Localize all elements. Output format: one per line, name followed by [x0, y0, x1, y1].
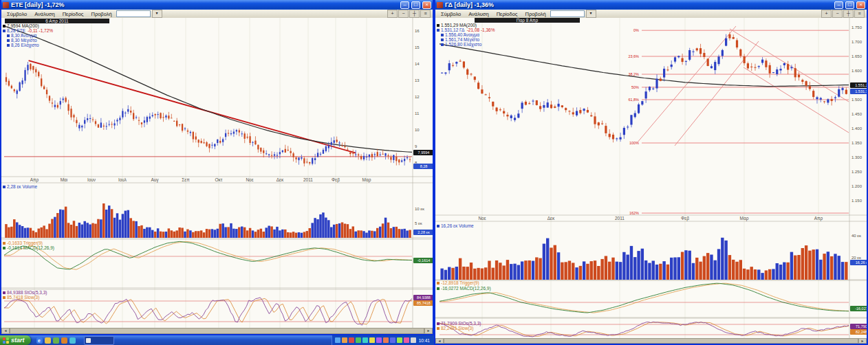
ie-quicklaunch-icon[interactable]: e — [36, 337, 43, 344]
desktop-quicklaunch-icon[interactable] — [53, 337, 59, 344]
chart-area[interactable]: ΝοεΔεκ2011ΦεβΜαρΑπρ1.7501.7001.6501.6001… — [435, 18, 867, 338]
legend-stochastic: 84,9388 StOs(5,3,3) — [3, 290, 47, 295]
volume-bars — [5, 203, 411, 238]
svg-text:1.200: 1.200 — [851, 184, 862, 188]
sync-tray-icon[interactable] — [404, 337, 409, 343]
volume-tray-icon[interactable] — [342, 337, 347, 343]
chart-area[interactable]: ΑπρΜαιΙουνΙουλΑυγΣεπΟκτΝοεΔεκ2011ΦεβΜαρ1… — [1, 18, 433, 328]
taskbar-clock[interactable]: 10:41 — [417, 338, 431, 343]
scroll-right-arrow[interactable]: ► — [858, 338, 867, 344]
menu-period[interactable]: Περίοδος — [493, 11, 521, 17]
axis-labels: ΑπρΜαιΙουνΙουλΑυγΣεπΟκτΝοεΔεκ2011ΦεβΜαρ1… — [30, 29, 425, 225]
search-go-button[interactable]: ▾ — [152, 10, 162, 18]
media-tray-icon[interactable] — [390, 337, 395, 343]
svg-text:16,26 εκ: 16,26 εκ — [856, 260, 867, 265]
svg-text:1.600: 1.600 — [851, 69, 862, 73]
maximize-button[interactable]: □ — [411, 1, 420, 9]
scroll-right-arrow[interactable]: ► — [424, 328, 433, 334]
svg-text:50%: 50% — [631, 85, 639, 89]
svg-text:Οκτ: Οκτ — [215, 177, 223, 182]
menu-symbol[interactable]: Σύμβολο — [3, 11, 30, 17]
menu-view[interactable]: Προβολή — [87, 11, 115, 17]
svg-text:1.531,12: 1.531,12 — [855, 89, 867, 93]
symbol-input[interactable] — [116, 10, 151, 17]
chart-app-task-button[interactable] — [84, 336, 114, 345]
annotations: 0%23,6%38,2%50%61,8%100%162% — [628, 26, 849, 215]
chart-canvas[interactable]: ΑπρΜαιΙουνΙουλΑυγΣεπΟκτΝοεΔεκ2011ΦεβΜαρ1… — [1, 18, 433, 328]
legend-macd: -16,0272 MACD(12,26,9) — [437, 286, 491, 291]
minimize-button[interactable]: – — [400, 1, 409, 9]
minimize-button[interactable]: – — [834, 1, 843, 9]
settings-icon[interactable]: ≡ — [854, 10, 865, 18]
crosshair-icon[interactable]: ┼ — [843, 10, 854, 18]
menu-analysis[interactable]: Ανάλυση — [31, 11, 58, 17]
close-button[interactable]: × — [856, 1, 865, 9]
settings-icon[interactable]: ≡ — [420, 10, 431, 18]
legend-slow: 82,2481 Slow(3) — [437, 326, 473, 331]
display-tray-icon[interactable] — [369, 337, 375, 343]
svg-text:1.250: 1.250 — [851, 170, 862, 174]
menu-view[interactable]: Προβολή — [521, 11, 549, 17]
zoom-in-icon[interactable]: + — [821, 10, 832, 18]
legend-macd: -0,1614 MACD(12,26,9) — [3, 245, 54, 250]
gridlines — [34, 18, 367, 328]
svg-text:Απρ: Απρ — [814, 216, 823, 221]
scroll-thumb[interactable] — [10, 328, 424, 334]
svg-text:-0,1614: -0,1614 — [417, 258, 431, 263]
battery-tray-icon[interactable] — [376, 337, 382, 343]
crosshair-icon[interactable]: ┼ — [409, 10, 420, 18]
svg-text:2,28 εκ: 2,28 εκ — [417, 230, 430, 234]
language-indicator[interactable] — [411, 337, 416, 343]
svg-text:9: 9 — [415, 144, 417, 148]
scroll-left-arrow[interactable]: ◄ — [435, 338, 444, 344]
window-title: ETE [daily] -1,72% — [11, 1, 398, 8]
close-button[interactable]: × — [422, 1, 431, 9]
mail-tray-icon[interactable] — [397, 337, 402, 343]
legend-ma200: 7,9594 MA(200) — [3, 23, 39, 28]
horizontal-scrollbar[interactable]: ◄ ► — [1, 328, 433, 334]
titlebar[interactable]: ETE [daily] -1,72% – □ × — [1, 0, 433, 10]
svg-text:1.551,29: 1.551,29 — [855, 83, 867, 87]
menu-analysis[interactable]: Ανάλυση — [465, 11, 492, 17]
chart-canvas[interactable]: ΝοεΔεκ2011ΦεβΜαρΑπρ1.7501.7001.6501.6001… — [435, 18, 867, 338]
svg-text:100%: 100% — [629, 141, 639, 145]
svg-text:23,6%: 23,6% — [628, 54, 639, 58]
legend-last-price: 8,28 ETE -0,11 -1,72% — [3, 28, 53, 33]
firewall-tray-icon[interactable] — [383, 337, 389, 343]
scroll-left-arrow[interactable]: ◄ — [1, 328, 10, 334]
zoom-out-icon[interactable]: − — [398, 10, 409, 18]
annotations — [4, 60, 412, 157]
legend-trigger: -12,8918 Trigger(9) — [437, 280, 479, 285]
svg-text:1.700: 1.700 — [851, 40, 862, 44]
legend-slow: 85,7418 Slow(3) — [3, 295, 39, 300]
messenger-quicklaunch-icon[interactable] — [69, 337, 76, 344]
pane-separators — [1, 18, 433, 328]
start-button[interactable]: start — [0, 335, 31, 345]
svg-text:7,9594: 7,9594 — [418, 151, 430, 155]
symbol-input[interactable] — [550, 10, 585, 17]
toolbar-icons: + − ┼ ≡ — [387, 10, 431, 18]
window-title: ΓΔ [daily] -1,36% — [445, 1, 832, 8]
svg-text:16: 16 — [415, 29, 420, 33]
titlebar[interactable]: ΓΔ [daily] -1,36% – □ × — [435, 0, 867, 10]
scroll-thumb[interactable] — [444, 338, 858, 344]
legend-trigger: -0,1633 Trigger(9) — [3, 241, 43, 245]
media-quicklaunch-icon[interactable] — [61, 337, 67, 344]
horizontal-scrollbar[interactable]: ◄ ► — [435, 338, 867, 344]
folder-quicklaunch-icon[interactable] — [45, 337, 51, 344]
zoom-in-icon[interactable]: + — [387, 10, 398, 18]
svg-text:14: 14 — [415, 62, 420, 66]
update-tray-icon[interactable] — [362, 337, 368, 343]
macd-pane — [440, 283, 849, 313]
maximize-button[interactable]: □ — [845, 1, 854, 9]
menu-symbol[interactable]: Σύμβολο — [437, 11, 464, 17]
search-go-button[interactable]: ▾ — [586, 10, 596, 18]
zoom-out-icon[interactable]: − — [832, 10, 843, 18]
antivirus-tray-icon[interactable] — [349, 337, 354, 343]
menu-period[interactable]: Περίοδος — [59, 11, 87, 17]
legend-high: 1.561,74 Μέγιστο — [441, 37, 479, 42]
svg-text:10 εκ: 10 εκ — [415, 207, 425, 211]
network-status-icon[interactable] — [335, 337, 340, 343]
svg-text:Ιουλ: Ιουλ — [118, 177, 127, 182]
messenger-tray-icon[interactable] — [356, 337, 361, 343]
